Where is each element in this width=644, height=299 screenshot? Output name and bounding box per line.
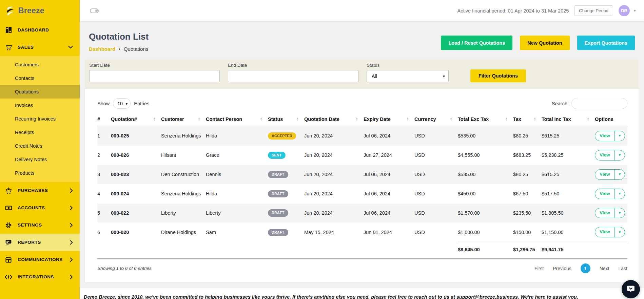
col-header-options: Options [595, 116, 627, 126]
col-header-customer[interactable]: Customer▲▼ [161, 116, 206, 126]
avatar[interactable]: DB [619, 5, 630, 16]
sidebar-item-sales[interactable]: SALES [0, 39, 80, 56]
sort-icon[interactable]: ▲▼ [296, 117, 299, 122]
submenu-item-receipts[interactable]: Receipts [0, 126, 80, 139]
start-date-input[interactable] [89, 70, 220, 82]
sidebar-item-settings[interactable]: SETTINGS [0, 216, 80, 234]
submenu-item-recurring-invoices[interactable]: Recurring Invoices [0, 112, 80, 126]
toggle-knob-icon [95, 9, 98, 12]
pagination-next[interactable]: Next [600, 266, 609, 271]
view-dropdown-caret-icon[interactable]: ▼ [614, 131, 625, 141]
view-split-button[interactable]: View ▼ [595, 150, 625, 161]
sort-icon[interactable]: ▲▼ [260, 117, 262, 122]
col-header-tax[interactable]: Tax▲▼ [513, 116, 542, 126]
col-header-total-inc-tax[interactable]: Total Inc Tax▲▼ [542, 116, 595, 126]
submenu-item-delivery-notes[interactable]: Delivery Notes [0, 153, 80, 166]
col-header-contact-person[interactable]: Contact Person▲▼ [206, 116, 268, 126]
quotations-card: Start Date End Date Status All ▼ [85, 59, 639, 282]
sidebar-item-purchases[interactable]: PURCHASES [0, 182, 80, 199]
status-select[interactable]: All [367, 70, 449, 82]
submenu-item-invoices[interactable]: Invoices [0, 99, 80, 112]
status-badge: DRAFT [268, 229, 288, 236]
customer-name: Hilsant [161, 146, 206, 165]
pagination-previous[interactable]: Previous [553, 266, 571, 271]
view-dropdown-caret-icon[interactable]: ▼ [614, 227, 625, 237]
currency: USD [414, 165, 458, 184]
page-size-select[interactable]: 10 [113, 98, 131, 109]
view-dropdown-caret-icon[interactable]: ▼ [614, 170, 625, 179]
view-dropdown-caret-icon[interactable]: ▼ [614, 208, 625, 218]
sort-icon[interactable]: ▲▼ [534, 117, 536, 122]
sidebar: Breeze DASHBOARD SA [0, 0, 80, 299]
table-row[interactable]: 6 000-020 Dirane Holdings Sam DRAFT May … [97, 222, 627, 242]
sidebar-item-label: SETTINGS [18, 222, 42, 228]
table-row[interactable]: 5 000-022 Liberty Liberty DRAFT Jun 20, … [97, 204, 627, 223]
export-quotations-button[interactable]: Export Quotations [577, 36, 635, 50]
sort-icon[interactable]: ▲▼ [407, 117, 409, 122]
sort-icon[interactable]: ▲▼ [153, 117, 156, 122]
sort-icon[interactable]: ▲▼ [587, 117, 589, 122]
breadcrumb-dashboard-link[interactable]: Dashboard [89, 46, 115, 52]
submenu-item-contacts[interactable]: Contacts [0, 71, 80, 85]
filter-quotations-button[interactable]: Filter Quotations [470, 69, 526, 82]
col-header-total-exc-tax[interactable]: Total Exc Tax▲▼ [458, 116, 513, 126]
submenu-item-quotations[interactable]: Quotations [0, 85, 80, 99]
view-button-label[interactable]: View [595, 227, 614, 237]
view-split-button[interactable]: View ▼ [595, 208, 625, 218]
sort-icon[interactable]: ▲▼ [450, 117, 452, 122]
view-button-label[interactable]: View [595, 170, 614, 179]
table-row[interactable]: 4 000-024 Senzena Holdings Hilda DRAFT J… [97, 184, 627, 204]
table-row[interactable]: 1 000-025 Senzena Holdings Hilda ACCEPTE… [97, 126, 627, 146]
submenu-item-customers[interactable]: Customers [0, 58, 80, 71]
sort-icon[interactable]: ▲▼ [356, 117, 358, 122]
pagination-first[interactable]: First [534, 266, 544, 271]
sidebar-toggle[interactable] [90, 8, 99, 13]
change-period-button[interactable]: Change Period [574, 5, 613, 16]
sidebar-item-integrations[interactable]: INTEGRATIONS [0, 268, 80, 285]
view-split-button[interactable]: View ▼ [595, 227, 625, 237]
customer-name: Dirane Holdings [161, 222, 206, 242]
start-date-label: Start Date [89, 63, 220, 68]
sort-icon[interactable]: ▲▼ [198, 117, 200, 122]
horizontal-scrollbar[interactable] [97, 258, 627, 259]
col-header-quotation[interactable]: Quotation#▲▼ [111, 116, 161, 126]
sidebar-item-dashboard[interactable]: DASHBOARD [0, 21, 80, 39]
table-row[interactable]: 3 000-023 Den Construction Dennis DRAFT … [97, 165, 627, 184]
table-row[interactable]: 2 000-026 Hilsant Grace SENT Jun 20, 202… [97, 146, 627, 165]
brand-logo[interactable]: Breeze [0, 0, 80, 21]
col-header-currency[interactable]: Currency▲▼ [414, 116, 458, 126]
col-header-status[interactable]: Status▲▼ [268, 116, 304, 126]
col-header-expiry-date[interactable]: Expiry Date▲▼ [364, 116, 414, 126]
view-split-button[interactable]: View ▼ [595, 189, 625, 199]
search-input[interactable] [571, 98, 627, 109]
col-header-quotation-date[interactable]: Quotation Date▲▼ [304, 116, 364, 126]
end-date-input[interactable] [228, 70, 358, 82]
submenu-item-credit-notes[interactable]: Credit Notes [0, 139, 80, 153]
col-header-index[interactable]: # [97, 116, 111, 126]
load-reset-quotations-button[interactable]: Load / Reset Quotations [441, 36, 512, 50]
currency: USD [414, 146, 458, 165]
status-badge: DRAFT [268, 171, 288, 178]
view-button-label[interactable]: View [595, 208, 614, 218]
chevron-right-icon [70, 188, 73, 193]
sidebar-item-communications[interactable]: COMMUNICATIONS [0, 251, 80, 268]
app-root: Breeze DASHBOARD SA [0, 0, 644, 299]
view-split-button[interactable]: View ▼ [595, 169, 625, 180]
view-button-label[interactable]: View [595, 131, 614, 141]
view-button-label[interactable]: View [595, 189, 614, 199]
view-dropdown-caret-icon[interactable]: ▼ [614, 189, 625, 199]
view-dropdown-caret-icon[interactable]: ▼ [614, 150, 625, 160]
view-button-label[interactable]: View [595, 150, 614, 160]
view-split-button[interactable]: View ▼ [595, 131, 625, 141]
contact-person: Grace [206, 146, 268, 165]
sidebar-item-reports[interactable]: REPORTS [0, 234, 80, 251]
pagination-last[interactable]: Last [619, 266, 627, 271]
avatar-dropdown-caret-icon[interactable]: ▼ [633, 9, 637, 13]
new-quotation-button[interactable]: New Quotation [520, 36, 569, 50]
pagination-page-1[interactable]: 1 [581, 263, 590, 273]
chat-widget-button[interactable] [622, 280, 640, 298]
sort-icon[interactable]: ▲▼ [505, 117, 508, 122]
submenu-item-products[interactable]: Products [0, 166, 80, 180]
status-label: Status [367, 63, 449, 68]
sidebar-item-accounts[interactable]: ACCOUNTS [0, 199, 80, 216]
